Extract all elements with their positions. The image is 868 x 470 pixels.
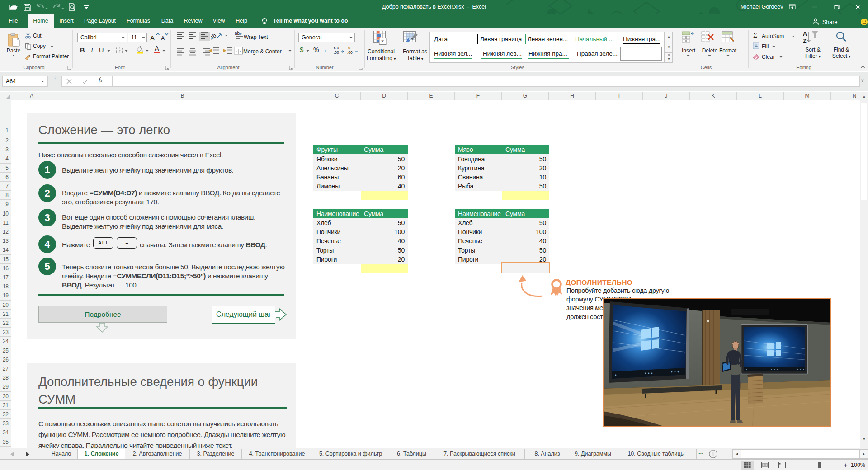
svg-text:ab: ab [211,32,217,41]
svg-text:ab: ab [235,31,240,36]
svg-text:A: A [161,35,165,42]
svg-text:Z: Z [803,38,807,44]
svg-text:€.0: €.0 [334,46,339,50]
svg-text:.0: .0 [347,46,350,50]
svg-text:Share: Share [822,19,837,25]
svg-text:A: A [803,31,807,37]
svg-text:.00: .00 [334,50,339,55]
svg-text:A: A [150,34,155,42]
svg-text:≠: ≠ [381,38,384,45]
svg-text:.00: .00 [347,50,353,55]
